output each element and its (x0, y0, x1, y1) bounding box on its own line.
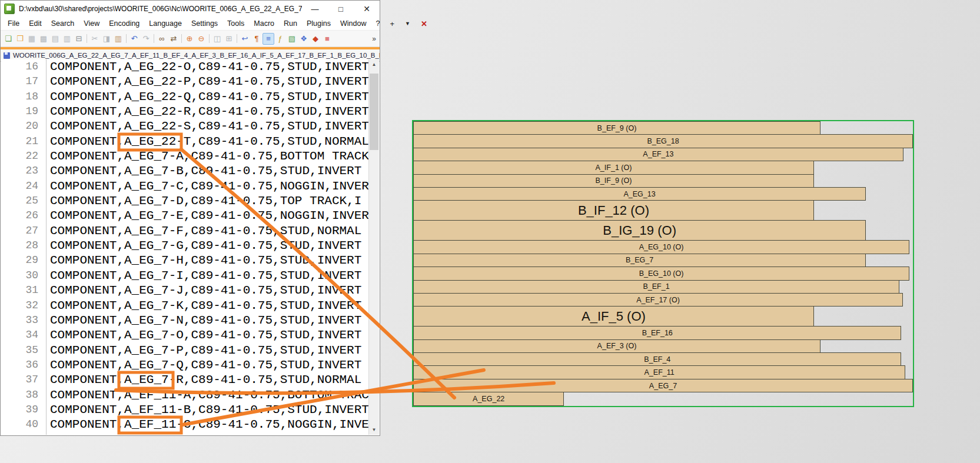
code-line[interactable]: COMPONENT,A_EG_22-R,C89-41-0.75,STUD,INV… (50, 104, 368, 119)
print-icon[interactable]: ⊟ (73, 33, 85, 45)
code-line[interactable]: COMPONENT,A_EG_7-G,C89-41-0.75,STUD,INVE… (50, 238, 368, 253)
code-line[interactable]: COMPONENT,A_EG_7-F,C89-41-0.75,STUD,NORM… (50, 224, 368, 238)
menu-item[interactable]: Plugins (302, 18, 335, 29)
menu-item[interactable]: Encoding (104, 18, 144, 29)
menu-item[interactable]: Edit (24, 18, 46, 29)
code-line[interactable]: COMPONENT,A_EG_7-O,C89-41-0.75,STUD,INVE… (50, 328, 368, 342)
code-line[interactable]: COMPONENT,A_EG_7-C,C89-41-0.75,NOGGIN,IN… (50, 179, 368, 194)
menu-item[interactable]: Window (335, 18, 371, 29)
code-line[interactable]: COMPONENT,A_EG_7-A,C89-41-0.75,BOTTOM TR… (50, 149, 368, 164)
plugin-red-icon[interactable]: ◆ (310, 33, 321, 45)
notepadpp-window: D:\vxbd\au\30\shared\projects\WOORITE_00… (0, 0, 380, 436)
code-line[interactable]: COMPONENT,A_EG_7-P,C89-41-0.75,STUD,INVE… (50, 343, 368, 358)
code-line[interactable]: COMPONENT,A_EG_22-O,C89-41-0.75,STUD,INV… (50, 59, 368, 74)
line-number: 26 (1, 208, 38, 223)
new-tab-button[interactable]: + (384, 19, 400, 28)
sync-horizontal-icon[interactable]: ⊞ (223, 33, 235, 45)
toolbar-separator (237, 34, 237, 43)
code-line[interactable]: COMPONENT,A_EG_7-J,C89-41-0.75,STUD,INVE… (50, 283, 368, 298)
open-file-icon[interactable]: ❒ (14, 33, 26, 45)
plugin-pink-icon[interactable]: ■ (321, 33, 333, 45)
toolbar-separator (87, 34, 87, 43)
close-file-icon[interactable]: ▤ (49, 33, 61, 45)
panel-bar-A_EG_7: A_EG_7 (413, 379, 913, 392)
code-line[interactable]: COMPONENT,A_EG_7-I,C89-41-0.75,STUD,INVE… (50, 268, 368, 283)
save-all-icon[interactable]: ▩ (38, 33, 49, 45)
zoom-out-icon[interactable]: ⊖ (195, 33, 207, 45)
code-line[interactable]: COMPONENT,A_EF_11-B,C89-41-0.75,STUD,INV… (50, 402, 368, 417)
vertical-scrollbar[interactable]: ▲ ▼ (368, 59, 379, 435)
menu-item[interactable]: Run (279, 18, 302, 29)
maximize-button[interactable]: □ (328, 1, 354, 17)
line-number: 17 (1, 74, 38, 89)
line-number: 32 (1, 298, 38, 313)
scrollbar-thumb[interactable] (370, 74, 378, 150)
code-line[interactable]: COMPONENT,A_EG_7-N,C89-41-0.75,STUD,INVE… (50, 313, 368, 328)
menu-item[interactable]: Settings (187, 18, 222, 29)
panel-bar-B_IF_12: B_IF_12 (O) (413, 200, 814, 221)
scroll-up-button[interactable]: ▲ (369, 59, 379, 69)
menu-item[interactable]: Macro (249, 18, 279, 29)
highlighted-token: A_EG_22 (124, 135, 176, 148)
indent-guide-icon[interactable]: ≡ (263, 33, 274, 45)
code-line[interactable]: COMPONENT,A_EG_22-T,C89-41-0.75,STUD,NOR… (50, 134, 368, 149)
minimize-button[interactable]: — (302, 1, 328, 17)
panel-bar-B_EF_1: B_EF_1 (413, 280, 899, 294)
panel-bar-A_EG_10: A_EG_10 (O) (413, 240, 909, 254)
panel-bar-B_EF_4: B_EF_4 (413, 352, 901, 366)
tab-list-button[interactable]: ▼ (400, 21, 416, 26)
sync-vertical-icon[interactable]: ◫ (211, 33, 223, 45)
title-bar: D:\vxbd\au\30\shared\projects\WOORITE_00… (1, 1, 380, 17)
code-line[interactable]: COMPONENT,A_EG_22-Q,C89-41-0.75,STUD,INV… (50, 89, 368, 104)
line-number: 38 (1, 388, 38, 402)
toolbar-separator (154, 34, 154, 43)
replace-icon[interactable]: ⇄ (168, 33, 180, 45)
close-document-button[interactable]: ✕ (416, 19, 433, 28)
zoom-in-icon[interactable]: ⊕ (184, 33, 195, 45)
redo-icon[interactable]: ↷ (140, 33, 152, 45)
code-line[interactable]: COMPONENT,A_EG_22-P,C89-41-0.75,STUD,INV… (50, 74, 368, 89)
document-switcher-icon[interactable]: ❖ (298, 33, 310, 45)
editor-code-area[interactable]: COMPONENT,A_EG_22-O,C89-41-0.75,STUD,INV… (46, 59, 368, 435)
file-tab-label: WOORITE_006G_A_EG_22_A_EG_7_A_EF_11_B_EF… (13, 52, 380, 59)
toolbar-overflow-button[interactable]: » (372, 35, 378, 43)
code-line[interactable]: COMPONENT,A_EG_7-B,C89-41-0.75,STUD,INVE… (50, 164, 368, 178)
menu-item[interactable]: View (79, 18, 104, 29)
close-all-icon[interactable]: ▥ (61, 33, 73, 45)
scroll-down-button[interactable]: ▼ (369, 425, 379, 435)
new-file-icon[interactable]: ❏ (2, 33, 14, 45)
toolbar-separator (209, 34, 210, 43)
line-number: 24 (1, 179, 38, 194)
document-map-icon[interactable]: ▧ (286, 33, 298, 45)
undo-icon[interactable]: ↶ (128, 33, 140, 45)
line-number: 20 (1, 119, 38, 134)
code-line[interactable]: COMPONENT,A_EG_22-S,C89-41-0.75,STUD,INV… (50, 119, 368, 134)
copy-icon[interactable]: ◨ (101, 33, 112, 45)
find-icon[interactable]: ∞ (156, 33, 168, 45)
paste-icon[interactable]: ▥ (112, 33, 124, 45)
function-list-icon[interactable]: ƒ (274, 33, 286, 45)
code-line[interactable]: COMPONENT,A_EG_7-D,C89-41-0.75,TOP TRACK… (50, 194, 368, 208)
line-number: 39 (1, 402, 38, 417)
code-line[interactable]: COMPONENT,A_EG_7-R,C89-41-0.75,STUD,NORM… (50, 372, 368, 387)
line-number: 30 (1, 268, 38, 283)
menu-item[interactable]: Language (144, 18, 187, 29)
line-number: 21 (1, 134, 38, 149)
menu-item[interactable]: File (3, 18, 24, 29)
code-line[interactable]: COMPONENT,A_EF_11-D,C89-41-0.75,TOP TRAC… (50, 432, 368, 435)
code-line[interactable]: COMPONENT,A_EG_7-Q,C89-41-0.75,STUD,INVE… (50, 358, 368, 372)
save-icon[interactable]: ▦ (26, 33, 38, 45)
code-line[interactable]: COMPONENT,A_EF_11-C,C89-41-0.75,NOGGIN,I… (50, 417, 368, 432)
cut-icon[interactable]: ✂ (89, 33, 101, 45)
code-line[interactable]: COMPONENT,A_EG_7-K,C89-41-0.75,STUD,INVE… (50, 298, 368, 313)
code-line[interactable]: COMPONENT,A_EG_7-E,C89-41-0.75,NOGGIN,IN… (50, 208, 368, 223)
menu-item[interactable]: Search (46, 18, 79, 29)
show-all-characters-icon[interactable]: ¶ (251, 33, 263, 45)
menu-bar: FileEditSearchViewEncodingLanguageSettin… (1, 17, 380, 30)
word-wrap-icon[interactable]: ↩ (239, 33, 251, 45)
menu-item[interactable]: Tools (222, 18, 249, 29)
code-line[interactable]: COMPONENT,A_EG_7-H,C89-41-0.75,STUD,INVE… (50, 253, 368, 268)
close-button[interactable]: ✕ (354, 1, 380, 17)
code-line[interactable]: COMPONENT,A_EF_11-A,C89-41-0.75,BOTTOM T… (50, 388, 368, 402)
menu-item[interactable]: ? (371, 18, 384, 29)
